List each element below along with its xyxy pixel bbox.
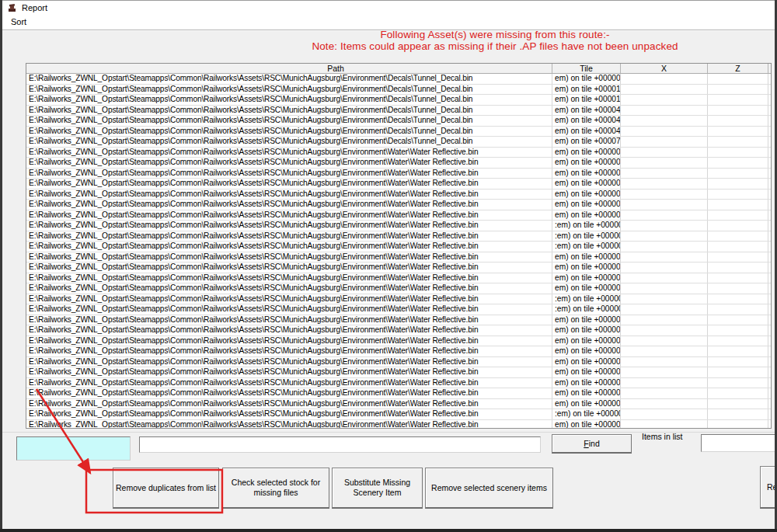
table-row[interactable]: E:\Railworks_ZWNL_Opstart\Steamapps\Comm… bbox=[26, 315, 771, 326]
items-count-field[interactable] bbox=[701, 434, 777, 452]
cell-filler bbox=[768, 74, 771, 84]
cell-tile: em) on tile +000000+0 bbox=[552, 179, 621, 189]
cell-z bbox=[708, 336, 768, 346]
cell-path: E:\Railworks_ZWNL_Opstart\Steamapps\Comm… bbox=[26, 283, 552, 294]
cell-tile: em) on tile +000001+0 bbox=[552, 252, 621, 263]
table-row[interactable]: E:\Railworks_ZWNL_Opstart\Steamapps\Comm… bbox=[26, 336, 771, 347]
find-button[interactable]: Find bbox=[552, 434, 632, 454]
column-header-x[interactable]: X bbox=[621, 64, 708, 73]
menu-bar: Sort bbox=[2, 15, 775, 30]
cell-z bbox=[708, 231, 768, 242]
table-row[interactable]: E:\Railworks_ZWNL_Opstart\Steamapps\Comm… bbox=[26, 158, 771, 169]
table-row[interactable]: E:\Railworks_ZWNL_Opstart\Steamapps\Comm… bbox=[26, 357, 771, 368]
table-row[interactable]: E:\Railworks_ZWNL_Opstart\Steamapps\Comm… bbox=[26, 74, 771, 85]
cell-z bbox=[708, 158, 768, 168]
table-row[interactable]: E:\Railworks_ZWNL_Opstart\Steamapps\Comm… bbox=[26, 169, 771, 179]
table-row[interactable]: E:\Railworks_ZWNL_Opstart\Steamapps\Comm… bbox=[26, 346, 771, 357]
cell-path: E:\Railworks_ZWNL_Opstart\Steamapps\Comm… bbox=[26, 304, 552, 315]
cell-z bbox=[708, 378, 768, 388]
table-row[interactable]: E:\Railworks_ZWNL_Opstart\Steamapps\Comm… bbox=[26, 273, 771, 284]
column-header-z[interactable]: Z bbox=[708, 64, 768, 73]
table-row[interactable]: E:\Railworks_ZWNL_Opstart\Steamapps\Comm… bbox=[26, 221, 771, 231]
table-row[interactable]: E:\Railworks_ZWNL_Opstart\Steamapps\Comm… bbox=[26, 179, 771, 190]
table-row[interactable]: E:\Railworks_ZWNL_Opstart\Steamapps\Comm… bbox=[26, 420, 771, 429]
cell-z bbox=[708, 315, 768, 325]
cell-x bbox=[621, 95, 708, 105]
table-row[interactable]: E:\Railworks_ZWNL_Opstart\Steamapps\Comm… bbox=[26, 200, 771, 210]
cell-tile: em) on tile +000001+0 bbox=[552, 273, 621, 283]
cell-x bbox=[621, 304, 708, 315]
cell-path: E:\Railworks_ZWNL_Opstart\Steamapps\Comm… bbox=[26, 127, 552, 137]
cell-path: E:\Railworks_ZWNL_Opstart\Steamapps\Comm… bbox=[26, 85, 552, 95]
warning-line-1: Following Asset(s) were missing from thi… bbox=[184, 30, 777, 41]
cell-filler bbox=[768, 179, 771, 189]
table-row[interactable]: E:\Railworks_ZWNL_Opstart\Steamapps\Comm… bbox=[26, 190, 771, 200]
table-row[interactable]: E:\Railworks_ZWNL_Opstart\Steamapps\Comm… bbox=[26, 252, 771, 263]
window-border-top bbox=[0, 0, 777, 1]
table-row[interactable]: E:\Railworks_ZWNL_Opstart\Steamapps\Comm… bbox=[26, 116, 771, 127]
table-row[interactable]: E:\Railworks_ZWNL_Opstart\Steamapps\Comm… bbox=[26, 378, 771, 389]
table-row[interactable]: E:\Railworks_ZWNL_Opstart\Steamapps\Comm… bbox=[26, 367, 771, 378]
table-row[interactable]: E:\Railworks_ZWNL_Opstart\Steamapps\Comm… bbox=[26, 283, 771, 294]
table-row[interactable]: E:\Railworks_ZWNL_Opstart\Steamapps\Comm… bbox=[26, 388, 771, 399]
table-row[interactable]: E:\Railworks_ZWNL_Opstart\Steamapps\Comm… bbox=[26, 399, 771, 410]
cell-z bbox=[708, 148, 768, 158]
column-header-path[interactable]: Path bbox=[26, 64, 552, 73]
cell-z bbox=[708, 85, 768, 95]
cell-z bbox=[708, 106, 768, 116]
cell-z bbox=[708, 74, 768, 84]
table-body: E:\Railworks_ZWNL_Opstart\Steamapps\Comm… bbox=[26, 74, 771, 429]
table-row[interactable]: E:\Railworks_ZWNL_Opstart\Steamapps\Comm… bbox=[26, 148, 771, 158]
cell-path: E:\Railworks_ZWNL_Opstart\Steamapps\Comm… bbox=[26, 137, 552, 147]
cell-tile: em) on tile +000002+0 bbox=[552, 336, 621, 346]
cell-z bbox=[708, 294, 768, 304]
cell-x bbox=[621, 85, 708, 95]
table-row[interactable]: E:\Railworks_ZWNL_Opstart\Steamapps\Comm… bbox=[26, 231, 771, 242]
table-row[interactable]: E:\Railworks_ZWNL_Opstart\Steamapps\Comm… bbox=[26, 263, 771, 273]
cell-z bbox=[708, 137, 768, 147]
cell-z bbox=[708, 367, 768, 377]
column-header-tile[interactable]: Tile bbox=[552, 64, 621, 73]
table-row[interactable]: E:\Railworks_ZWNL_Opstart\Steamapps\Comm… bbox=[26, 304, 771, 315]
table-row[interactable]: E:\Railworks_ZWNL_Opstart\Steamapps\Comm… bbox=[26, 409, 771, 420]
search-input[interactable] bbox=[139, 436, 541, 453]
table-row[interactable]: E:\Railworks_ZWNL_Opstart\Steamapps\Comm… bbox=[26, 294, 771, 305]
cell-tile: em) on tile +000002+0 bbox=[552, 315, 621, 325]
cell-filler bbox=[768, 273, 771, 283]
cell-filler bbox=[768, 158, 771, 168]
remove-duplicates-button[interactable]: Remove duplicates from list bbox=[113, 468, 219, 509]
table-row[interactable]: E:\Railworks_ZWNL_Opstart\Steamapps\Comm… bbox=[26, 127, 771, 137]
cell-path: E:\Railworks_ZWNL_Opstart\Steamapps\Comm… bbox=[26, 106, 552, 116]
cell-path: E:\Railworks_ZWNL_Opstart\Steamapps\Comm… bbox=[26, 409, 552, 419]
cell-tile: :em) on tile +000001-0 bbox=[552, 294, 621, 304]
cell-x bbox=[621, 315, 708, 325]
window-border-left bbox=[0, 0, 2, 532]
cell-x bbox=[621, 409, 708, 419]
cell-tile: em) on tile +000005+0 bbox=[552, 399, 621, 409]
table-row[interactable]: E:\Railworks_ZWNL_Opstart\Steamapps\Comm… bbox=[26, 325, 771, 336]
table-header-row: Path Tile X Z bbox=[26, 64, 771, 74]
cell-path: E:\Railworks_ZWNL_Opstart\Steamapps\Comm… bbox=[26, 190, 552, 200]
cell-tile: em) on tile +000004+0 bbox=[552, 357, 621, 367]
table-row[interactable]: E:\Railworks_ZWNL_Opstart\Steamapps\Comm… bbox=[26, 137, 771, 148]
substitute-missing-scenery-button[interactable]: Substitute Missing Scenery Item bbox=[332, 468, 423, 509]
remove-selected-scenery-button[interactable]: Remove selected scenery items bbox=[425, 468, 553, 509]
highlight-field[interactable] bbox=[16, 436, 131, 461]
cell-x bbox=[621, 357, 708, 367]
cell-filler bbox=[768, 231, 771, 242]
cell-path: E:\Railworks_ZWNL_Opstart\Steamapps\Comm… bbox=[26, 294, 552, 304]
cell-tile: em) on tile +000005+0 bbox=[552, 388, 621, 398]
missing-assets-table: Path Tile X Z E:\Railworks_ZWNL_Opstart\… bbox=[26, 63, 772, 429]
cell-tile: em) on tile +000047+0 bbox=[552, 116, 621, 126]
cell-z bbox=[708, 357, 768, 367]
check-selected-stock-button[interactable]: Check selected stock for missing files bbox=[222, 468, 329, 509]
cell-tile: em) on tile +000001+0 bbox=[552, 283, 621, 294]
table-row[interactable]: E:\Railworks_ZWNL_Opstart\Steamapps\Comm… bbox=[26, 85, 771, 96]
table-row[interactable]: E:\Railworks_ZWNL_Opstart\Steamapps\Comm… bbox=[26, 210, 771, 221]
table-row[interactable]: E:\Railworks_ZWNL_Opstart\Steamapps\Comm… bbox=[26, 95, 771, 106]
menu-item-sort[interactable]: Sort bbox=[6, 15, 31, 30]
table-row[interactable]: E:\Railworks_ZWNL_Opstart\Steamapps\Comm… bbox=[26, 106, 771, 116]
table-row[interactable]: E:\Railworks_ZWNL_Opstart\Steamapps\Comm… bbox=[26, 242, 771, 252]
cell-filler bbox=[768, 137, 771, 147]
cell-tile: em) on tile +000019+0 bbox=[552, 95, 621, 105]
